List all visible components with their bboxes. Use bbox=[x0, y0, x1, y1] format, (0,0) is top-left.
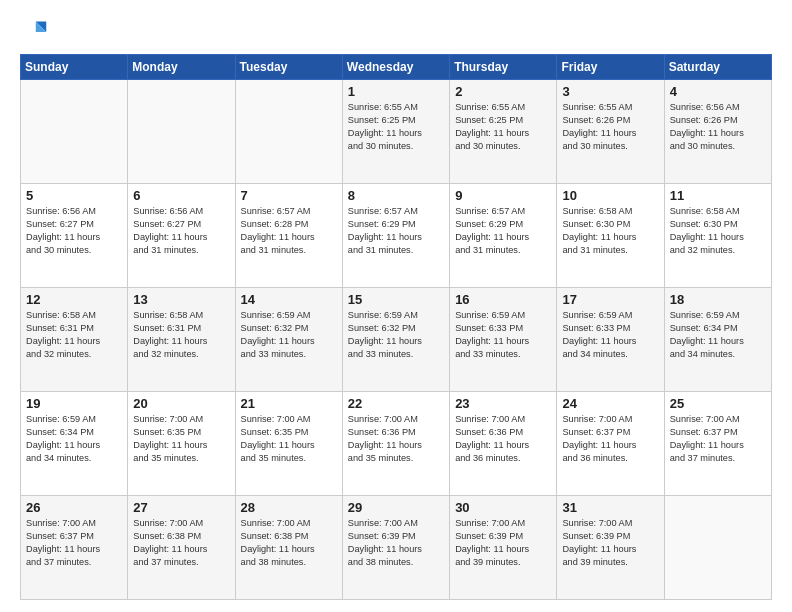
day-number: 26 bbox=[26, 500, 122, 515]
day-header-friday: Friday bbox=[557, 55, 664, 80]
day-info: Sunrise: 6:58 AM Sunset: 6:31 PM Dayligh… bbox=[133, 309, 229, 361]
week-row-4: 19Sunrise: 6:59 AM Sunset: 6:34 PM Dayli… bbox=[21, 392, 772, 496]
day-cell: 26Sunrise: 7:00 AM Sunset: 6:37 PM Dayli… bbox=[21, 496, 128, 600]
day-cell: 16Sunrise: 6:59 AM Sunset: 6:33 PM Dayli… bbox=[450, 288, 557, 392]
day-header-monday: Monday bbox=[128, 55, 235, 80]
day-number: 6 bbox=[133, 188, 229, 203]
day-cell: 29Sunrise: 7:00 AM Sunset: 6:39 PM Dayli… bbox=[342, 496, 449, 600]
day-number: 15 bbox=[348, 292, 444, 307]
day-number: 31 bbox=[562, 500, 658, 515]
day-cell: 19Sunrise: 6:59 AM Sunset: 6:34 PM Dayli… bbox=[21, 392, 128, 496]
logo bbox=[20, 18, 52, 46]
day-info: Sunrise: 6:59 AM Sunset: 6:33 PM Dayligh… bbox=[562, 309, 658, 361]
day-info: Sunrise: 7:00 AM Sunset: 6:35 PM Dayligh… bbox=[241, 413, 337, 465]
day-info: Sunrise: 7:00 AM Sunset: 6:39 PM Dayligh… bbox=[562, 517, 658, 569]
day-number: 13 bbox=[133, 292, 229, 307]
day-number: 10 bbox=[562, 188, 658, 203]
day-number: 20 bbox=[133, 396, 229, 411]
day-cell: 18Sunrise: 6:59 AM Sunset: 6:34 PM Dayli… bbox=[664, 288, 771, 392]
day-number: 18 bbox=[670, 292, 766, 307]
day-header-wednesday: Wednesday bbox=[342, 55, 449, 80]
day-number: 24 bbox=[562, 396, 658, 411]
logo-icon bbox=[20, 18, 48, 46]
day-info: Sunrise: 6:55 AM Sunset: 6:26 PM Dayligh… bbox=[562, 101, 658, 153]
day-info: Sunrise: 7:00 AM Sunset: 6:39 PM Dayligh… bbox=[455, 517, 551, 569]
day-info: Sunrise: 7:00 AM Sunset: 6:38 PM Dayligh… bbox=[133, 517, 229, 569]
day-number: 12 bbox=[26, 292, 122, 307]
day-number: 11 bbox=[670, 188, 766, 203]
day-info: Sunrise: 6:59 AM Sunset: 6:32 PM Dayligh… bbox=[241, 309, 337, 361]
day-cell: 10Sunrise: 6:58 AM Sunset: 6:30 PM Dayli… bbox=[557, 184, 664, 288]
day-cell: 30Sunrise: 7:00 AM Sunset: 6:39 PM Dayli… bbox=[450, 496, 557, 600]
day-info: Sunrise: 6:59 AM Sunset: 6:34 PM Dayligh… bbox=[670, 309, 766, 361]
day-info: Sunrise: 6:58 AM Sunset: 6:30 PM Dayligh… bbox=[670, 205, 766, 257]
day-info: Sunrise: 7:00 AM Sunset: 6:37 PM Dayligh… bbox=[26, 517, 122, 569]
day-number: 30 bbox=[455, 500, 551, 515]
day-number: 4 bbox=[670, 84, 766, 99]
day-cell: 31Sunrise: 7:00 AM Sunset: 6:39 PM Dayli… bbox=[557, 496, 664, 600]
calendar-body: 1Sunrise: 6:55 AM Sunset: 6:25 PM Daylig… bbox=[21, 80, 772, 600]
day-number: 3 bbox=[562, 84, 658, 99]
day-number: 22 bbox=[348, 396, 444, 411]
week-row-2: 5Sunrise: 6:56 AM Sunset: 6:27 PM Daylig… bbox=[21, 184, 772, 288]
day-info: Sunrise: 7:00 AM Sunset: 6:38 PM Dayligh… bbox=[241, 517, 337, 569]
calendar: SundayMondayTuesdayWednesdayThursdayFrid… bbox=[20, 54, 772, 600]
day-info: Sunrise: 6:58 AM Sunset: 6:30 PM Dayligh… bbox=[562, 205, 658, 257]
day-cell: 21Sunrise: 7:00 AM Sunset: 6:35 PM Dayli… bbox=[235, 392, 342, 496]
day-number: 16 bbox=[455, 292, 551, 307]
day-info: Sunrise: 6:56 AM Sunset: 6:27 PM Dayligh… bbox=[26, 205, 122, 257]
day-info: Sunrise: 7:00 AM Sunset: 6:39 PM Dayligh… bbox=[348, 517, 444, 569]
day-info: Sunrise: 6:57 AM Sunset: 6:28 PM Dayligh… bbox=[241, 205, 337, 257]
day-number: 7 bbox=[241, 188, 337, 203]
day-info: Sunrise: 6:56 AM Sunset: 6:26 PM Dayligh… bbox=[670, 101, 766, 153]
day-cell: 28Sunrise: 7:00 AM Sunset: 6:38 PM Dayli… bbox=[235, 496, 342, 600]
day-cell bbox=[128, 80, 235, 184]
day-cell: 17Sunrise: 6:59 AM Sunset: 6:33 PM Dayli… bbox=[557, 288, 664, 392]
day-number: 2 bbox=[455, 84, 551, 99]
day-number: 21 bbox=[241, 396, 337, 411]
day-info: Sunrise: 7:00 AM Sunset: 6:36 PM Dayligh… bbox=[455, 413, 551, 465]
day-cell bbox=[664, 496, 771, 600]
day-number: 28 bbox=[241, 500, 337, 515]
day-cell: 11Sunrise: 6:58 AM Sunset: 6:30 PM Dayli… bbox=[664, 184, 771, 288]
week-row-1: 1Sunrise: 6:55 AM Sunset: 6:25 PM Daylig… bbox=[21, 80, 772, 184]
day-cell: 22Sunrise: 7:00 AM Sunset: 6:36 PM Dayli… bbox=[342, 392, 449, 496]
day-cell: 7Sunrise: 6:57 AM Sunset: 6:28 PM Daylig… bbox=[235, 184, 342, 288]
day-number: 23 bbox=[455, 396, 551, 411]
day-number: 25 bbox=[670, 396, 766, 411]
day-info: Sunrise: 6:57 AM Sunset: 6:29 PM Dayligh… bbox=[348, 205, 444, 257]
day-cell: 23Sunrise: 7:00 AM Sunset: 6:36 PM Dayli… bbox=[450, 392, 557, 496]
day-cell: 9Sunrise: 6:57 AM Sunset: 6:29 PM Daylig… bbox=[450, 184, 557, 288]
calendar-header: SundayMondayTuesdayWednesdayThursdayFrid… bbox=[21, 55, 772, 80]
day-info: Sunrise: 6:57 AM Sunset: 6:29 PM Dayligh… bbox=[455, 205, 551, 257]
day-cell: 13Sunrise: 6:58 AM Sunset: 6:31 PM Dayli… bbox=[128, 288, 235, 392]
day-number: 29 bbox=[348, 500, 444, 515]
day-info: Sunrise: 6:55 AM Sunset: 6:25 PM Dayligh… bbox=[348, 101, 444, 153]
day-number: 5 bbox=[26, 188, 122, 203]
day-cell: 14Sunrise: 6:59 AM Sunset: 6:32 PM Dayli… bbox=[235, 288, 342, 392]
day-cell: 8Sunrise: 6:57 AM Sunset: 6:29 PM Daylig… bbox=[342, 184, 449, 288]
day-number: 19 bbox=[26, 396, 122, 411]
day-info: Sunrise: 7:00 AM Sunset: 6:35 PM Dayligh… bbox=[133, 413, 229, 465]
day-number: 17 bbox=[562, 292, 658, 307]
day-header-row: SundayMondayTuesdayWednesdayThursdayFrid… bbox=[21, 55, 772, 80]
day-info: Sunrise: 6:59 AM Sunset: 6:33 PM Dayligh… bbox=[455, 309, 551, 361]
day-cell: 4Sunrise: 6:56 AM Sunset: 6:26 PM Daylig… bbox=[664, 80, 771, 184]
day-cell: 25Sunrise: 7:00 AM Sunset: 6:37 PM Dayli… bbox=[664, 392, 771, 496]
day-cell: 6Sunrise: 6:56 AM Sunset: 6:27 PM Daylig… bbox=[128, 184, 235, 288]
day-header-saturday: Saturday bbox=[664, 55, 771, 80]
day-info: Sunrise: 6:55 AM Sunset: 6:25 PM Dayligh… bbox=[455, 101, 551, 153]
day-header-sunday: Sunday bbox=[21, 55, 128, 80]
day-number: 14 bbox=[241, 292, 337, 307]
day-info: Sunrise: 7:00 AM Sunset: 6:37 PM Dayligh… bbox=[562, 413, 658, 465]
day-info: Sunrise: 6:56 AM Sunset: 6:27 PM Dayligh… bbox=[133, 205, 229, 257]
day-info: Sunrise: 7:00 AM Sunset: 6:36 PM Dayligh… bbox=[348, 413, 444, 465]
day-cell: 1Sunrise: 6:55 AM Sunset: 6:25 PM Daylig… bbox=[342, 80, 449, 184]
day-cell bbox=[235, 80, 342, 184]
day-number: 1 bbox=[348, 84, 444, 99]
day-info: Sunrise: 6:59 AM Sunset: 6:34 PM Dayligh… bbox=[26, 413, 122, 465]
day-cell bbox=[21, 80, 128, 184]
day-number: 27 bbox=[133, 500, 229, 515]
week-row-5: 26Sunrise: 7:00 AM Sunset: 6:37 PM Dayli… bbox=[21, 496, 772, 600]
day-cell: 24Sunrise: 7:00 AM Sunset: 6:37 PM Dayli… bbox=[557, 392, 664, 496]
